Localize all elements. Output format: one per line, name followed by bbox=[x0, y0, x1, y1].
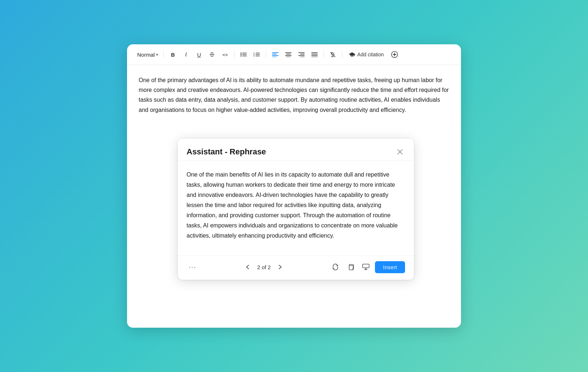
format-label: Normal bbox=[137, 52, 155, 58]
more-dots: ··· bbox=[189, 263, 196, 271]
ordered-list-icon: 1. 2. 3. bbox=[253, 52, 260, 57]
insert-label: Insert bbox=[383, 264, 397, 270]
chevron-left-icon bbox=[246, 264, 249, 270]
align-right-icon bbox=[298, 52, 305, 57]
editor-content: One of the primary advantages of AI is i… bbox=[127, 65, 461, 122]
assistant-panel: Assistant - Rephrase One of the main ben… bbox=[178, 139, 414, 280]
insert-below-icon bbox=[362, 264, 369, 270]
svg-rect-38 bbox=[363, 264, 369, 268]
svg-text:3.: 3. bbox=[253, 55, 255, 57]
add-circle-icon bbox=[391, 51, 398, 58]
insert-below-button[interactable] bbox=[360, 261, 372, 273]
svg-point-1 bbox=[241, 54, 242, 55]
clear-format-button[interactable] bbox=[327, 49, 338, 60]
assistant-title: Assistant - Rephrase bbox=[187, 147, 266, 157]
align-right-button[interactable] bbox=[296, 49, 307, 60]
toolbar-separator-1 bbox=[163, 51, 164, 58]
page-counter: 2 of 2 bbox=[257, 264, 271, 270]
toolbar-separator-2 bbox=[234, 51, 234, 58]
clear-format-icon bbox=[330, 52, 336, 57]
align-left-button[interactable] bbox=[270, 49, 281, 60]
footer-navigation: 2 of 2 bbox=[242, 261, 286, 273]
add-element-button[interactable] bbox=[389, 49, 400, 60]
code-button[interactable]: <> bbox=[220, 49, 230, 60]
chevron-down-icon: ▾ bbox=[156, 52, 158, 57]
justify-button[interactable] bbox=[309, 49, 320, 60]
assistant-body: One of the main benefits of AI lies in i… bbox=[178, 161, 414, 255]
align-left-icon bbox=[272, 52, 278, 57]
assistant-rephrased-text: One of the main benefits of AI lies in i… bbox=[187, 170, 405, 241]
strikethrough-icon bbox=[209, 52, 215, 57]
close-icon bbox=[397, 149, 403, 155]
ordered-list-button[interactable]: 1. 2. 3. bbox=[251, 49, 262, 60]
prev-button[interactable] bbox=[242, 261, 253, 273]
svg-point-0 bbox=[241, 53, 242, 54]
unordered-list-icon bbox=[240, 52, 247, 57]
align-center-icon bbox=[285, 52, 291, 57]
toolbar: Normal ▾ B I U <> bbox=[127, 44, 461, 65]
assistant-footer: ··· 2 of 2 bbox=[178, 255, 414, 280]
format-dropdown[interactable]: Normal ▾ bbox=[136, 51, 160, 58]
graduation-cap-icon bbox=[349, 52, 355, 57]
toolbar-separator-3 bbox=[266, 51, 266, 58]
footer-actions: Insert bbox=[329, 261, 405, 273]
bold-button[interactable]: B bbox=[167, 49, 178, 60]
italic-button[interactable]: I bbox=[180, 49, 191, 60]
copy-icon bbox=[347, 264, 354, 270]
toolbar-separator-4 bbox=[323, 51, 324, 58]
copy-button[interactable] bbox=[344, 261, 357, 273]
unordered-list-button[interactable] bbox=[238, 49, 249, 60]
toolbar-separator-5 bbox=[342, 51, 342, 58]
add-citation-label: Add citation bbox=[357, 52, 384, 57]
footer-left: ··· bbox=[187, 262, 199, 272]
justify-icon bbox=[311, 52, 318, 57]
chevron-right-icon bbox=[278, 264, 282, 270]
regenerate-button[interactable] bbox=[329, 261, 342, 273]
regenerate-icon bbox=[332, 264, 339, 270]
svg-point-2 bbox=[241, 56, 242, 57]
close-button[interactable] bbox=[395, 147, 405, 157]
insert-button[interactable]: Insert bbox=[375, 261, 405, 273]
editor-paragraph[interactable]: One of the primary advantages of AI is i… bbox=[139, 75, 449, 115]
underline-button[interactable]: U bbox=[193, 49, 204, 60]
assistant-header: Assistant - Rephrase bbox=[178, 139, 414, 161]
add-citation-button[interactable]: Add citation bbox=[346, 50, 387, 59]
align-center-button[interactable] bbox=[283, 49, 294, 60]
editor-container: Normal ▾ B I U <> bbox=[127, 44, 461, 328]
more-options-button[interactable]: ··· bbox=[187, 262, 199, 272]
strikethrough-button[interactable] bbox=[207, 49, 217, 60]
next-button[interactable] bbox=[274, 261, 286, 273]
